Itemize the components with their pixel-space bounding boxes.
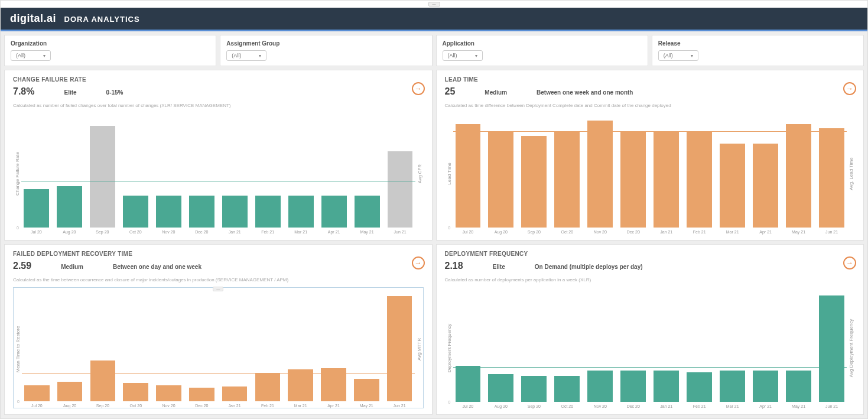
chart-cfr: 0Jul 20Aug 20Sep 20Oct 20Nov 20Dec 20Jan…: [21, 113, 415, 234]
bar[interactable]: [288, 196, 314, 228]
bar[interactable]: [620, 371, 646, 402]
bar[interactable]: [521, 376, 547, 402]
drilldown-button[interactable]: →: [843, 256, 856, 269]
bar[interactable]: [90, 360, 116, 401]
x-tick-label: Oct 20: [554, 404, 580, 408]
metric-row: 25 Medium Between one week and one month: [445, 86, 856, 97]
x-tick-label: Aug 20: [488, 230, 513, 234]
x-tick-label: Dec 20: [620, 404, 646, 408]
bar[interactable]: [753, 371, 778, 402]
x-tick-label: Oct 20: [554, 230, 580, 234]
drilldown-button[interactable]: →: [843, 82, 856, 95]
bar[interactable]: [387, 296, 412, 401]
metric-row: 2.59 Medium Between one day and one week: [13, 261, 424, 271]
x-tick-label: Apr 21: [321, 404, 346, 408]
x-tick-label: Aug 20: [57, 404, 83, 408]
filter-select[interactable]: (All) ▾: [226, 50, 266, 61]
bar[interactable]: [488, 374, 513, 402]
x-tick-label: May 21: [355, 230, 380, 234]
app-window: — digital.ai DORA ANALYTICS Organization…: [0, 0, 868, 419]
bar[interactable]: [255, 196, 281, 228]
x-tick-label: Apr 21: [753, 230, 778, 234]
bar[interactable]: [57, 186, 82, 228]
x-tick-label: Dec 20: [189, 230, 214, 234]
x-tick-label: May 21: [786, 230, 811, 234]
bar[interactable]: [819, 128, 844, 228]
bar[interactable]: [123, 196, 148, 228]
chart-lead-time: 0Jul 20Aug 20Sep 20Oct 20Nov 20Dec 20Jan…: [453, 113, 847, 234]
bar[interactable]: [720, 371, 745, 402]
bar[interactable]: [753, 144, 778, 228]
bar[interactable]: [654, 132, 679, 228]
bar[interactable]: [687, 132, 712, 228]
drilldown-button[interactable]: →: [412, 82, 425, 95]
bar[interactable]: [620, 132, 646, 228]
filter-select[interactable]: (All) ▾: [443, 50, 483, 61]
drilldown-button[interactable]: →: [412, 256, 425, 269]
bars: 0: [453, 287, 847, 402]
metric-tier: Medium: [61, 264, 83, 270]
bar[interactable]: [456, 366, 481, 402]
bar[interactable]: [456, 124, 481, 228]
bar[interactable]: [587, 121, 613, 228]
bar[interactable]: [554, 132, 580, 228]
bar[interactable]: [720, 144, 745, 228]
metric-tier: Medium: [485, 89, 507, 96]
brand-text: digital.ai: [10, 12, 56, 24]
bar[interactable]: [255, 373, 281, 401]
bar[interactable]: [189, 196, 214, 228]
x-tick-label: Mar 21: [288, 230, 314, 234]
avg-line: [22, 373, 415, 374]
filter-select[interactable]: (All) ▾: [658, 50, 698, 61]
bar[interactable]: [521, 136, 547, 228]
metric-value: 2.18: [445, 261, 463, 271]
bar[interactable]: [354, 379, 379, 401]
bar[interactable]: [388, 151, 413, 228]
bar[interactable]: [156, 196, 181, 228]
bars: 0: [22, 290, 415, 401]
y-axis-right: Avg Deployment Frequency: [847, 287, 855, 408]
x-tick-label: Jul 20: [24, 404, 50, 408]
filter-select[interactable]: (All) ▾: [11, 50, 51, 61]
bar[interactable]: [57, 382, 83, 401]
chart-container: Lead Time 0Jul 20Aug 20Sep 20Oct 20Nov 2…: [445, 113, 856, 234]
bar[interactable]: [819, 295, 844, 402]
bar[interactable]: [90, 126, 115, 228]
filter-value: (All): [448, 53, 457, 59]
x-tick-label: Dec 20: [189, 404, 214, 408]
y-axis-left: Change Failure Rate: [13, 113, 21, 234]
bar[interactable]: [321, 196, 347, 228]
bar[interactable]: [123, 383, 148, 401]
bar[interactable]: [189, 388, 214, 401]
bar[interactable]: [786, 124, 811, 228]
metric-range: On Demand (multiple deploys per day): [535, 264, 643, 270]
x-tick-label: Mar 21: [720, 404, 745, 408]
bar[interactable]: [687, 372, 712, 402]
x-tick-label: Feb 21: [687, 404, 712, 408]
bar[interactable]: [654, 371, 679, 402]
bar[interactable]: [488, 132, 513, 228]
chart-deployment-frequency: 0Jul 20Aug 20Sep 20Oct 20Nov 20Dec 20Jan…: [453, 287, 847, 408]
handle-button[interactable]: —: [428, 2, 440, 7]
metric-desc: Calculated as time difference between De…: [445, 103, 856, 108]
x-tick-label: Feb 21: [687, 230, 712, 234]
avg-line: [453, 131, 847, 132]
bar[interactable]: [24, 385, 50, 401]
x-tick-label: Jan 21: [654, 230, 679, 234]
metric-value: 2.59: [13, 261, 31, 271]
metric-range: 0-15%: [106, 89, 123, 96]
bar[interactable]: [554, 376, 580, 402]
bar[interactable]: [222, 386, 248, 401]
bar[interactable]: [156, 385, 181, 401]
metric-row: 7.8% Elite 0-15%: [13, 86, 424, 97]
bar[interactable]: [587, 371, 613, 402]
x-tick-label: Jun 21: [387, 404, 412, 408]
avg-line: [453, 367, 847, 368]
bar[interactable]: [222, 196, 248, 228]
bar[interactable]: [24, 189, 49, 228]
filter-value: (All): [664, 53, 673, 59]
bar[interactable]: [355, 196, 380, 228]
bar[interactable]: [786, 371, 811, 402]
x-tick-label: Aug 20: [488, 404, 513, 408]
panel-change-failure-rate: CHANGE FAILURE RATE 7.8% Elite 0-15% → C…: [4, 70, 433, 241]
